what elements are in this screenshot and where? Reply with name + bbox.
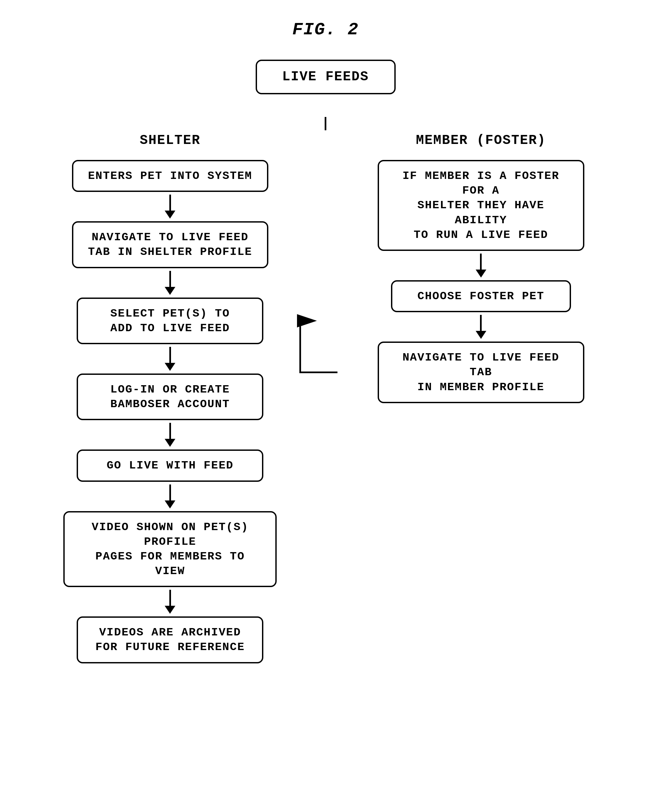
shelter-header: SHELTER — [140, 133, 200, 148]
member-node-2: CHOOSE FOSTER PET — [337, 280, 624, 312]
shelter-node-4: LOG-IN OR CREATE BAMBOSER ACCOUNT — [27, 374, 314, 420]
live-feeds-box: LIVE FEEDS — [256, 60, 396, 94]
arrow-top-to-columns — [325, 117, 326, 130]
shelter-node-3: SELECT PET(S) TO ADD TO LIVE FEED — [27, 298, 314, 344]
member-node-1: IF MEMBER IS A FOSTER FOR A SHELTER THEY… — [337, 160, 624, 251]
shelter-node-5: GO LIVE WITH FEED — [27, 449, 314, 481]
shelter-column: SHELTER ENTERS PET INTO SYSTEM NAVIGATE … — [27, 133, 314, 663]
shelter-node-6: VIDEO SHOWN ON PET(S) PROFILE PAGES FOR … — [27, 511, 314, 588]
top-node: LIVE FEEDS — [256, 60, 396, 94]
shelter-node-1: ENTERS PET INTO SYSTEM — [27, 160, 314, 192]
page-title: FIG. 2 — [27, 20, 624, 40]
member-node-3: NAVIGATE TO LIVE FEED TAB IN MEMBER PROF… — [337, 342, 624, 403]
shelter-node-7: VIDEOS ARE ARCHIVED FOR FUTURE REFERENCE — [27, 617, 314, 663]
member-header: MEMBER (FOSTER) — [416, 133, 546, 148]
shelter-node-2: NAVIGATE TO LIVE FEED TAB IN SHELTER PRO… — [27, 221, 314, 268]
member-column: MEMBER (FOSTER) IF MEMBER IS A FOSTER FO… — [337, 133, 624, 403]
